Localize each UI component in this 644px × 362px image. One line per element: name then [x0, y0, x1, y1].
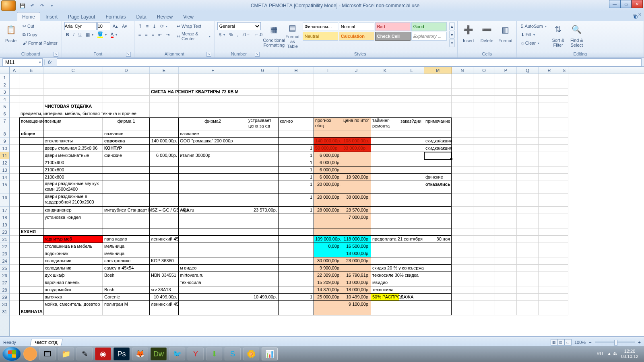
- cell-B13[interactable]: [19, 167, 43, 174]
- cell-H8[interactable]: [279, 130, 314, 138]
- cell-H19[interactable]: [279, 221, 314, 228]
- cell-L25[interactable]: [399, 265, 424, 272]
- cell-E17[interactable]: [150, 207, 179, 214]
- gallery-more[interactable]: ≡: [449, 39, 455, 47]
- cell-O14[interactable]: [473, 174, 495, 181]
- cell-N13[interactable]: [452, 167, 473, 174]
- cell-Q29[interactable]: [517, 294, 539, 301]
- cell-G26[interactable]: [247, 272, 279, 279]
- cell-O1[interactable]: [473, 74, 495, 81]
- cell-F6[interactable]: [179, 110, 247, 117]
- cell-R31[interactable]: [539, 308, 560, 315]
- cell-I6[interactable]: [314, 110, 342, 117]
- cell-P9[interactable]: [495, 138, 517, 145]
- cell-P18[interactable]: [495, 214, 517, 221]
- cell-M9[interactable]: скидка/акция: [424, 138, 452, 145]
- cell-A21[interactable]: [10, 236, 19, 243]
- cell-S28[interactable]: [560, 286, 568, 294]
- cell-R30[interactable]: [539, 301, 560, 308]
- cell-P29[interactable]: [495, 294, 517, 301]
- cell-J14[interactable]: 19 920,00р.: [342, 174, 371, 181]
- cell-I11[interactable]: 6 000,00р.: [314, 152, 342, 159]
- style-explanatory[interactable]: Explanatory ...: [411, 32, 447, 41]
- cell-M10[interactable]: скидка/акция: [424, 145, 452, 152]
- inc-indent[interactable]: ⇥: [164, 31, 171, 39]
- cell-C23[interactable]: подоконник: [43, 250, 103, 257]
- cell-D14[interactable]: [103, 174, 150, 181]
- cell-B20[interactable]: КУХНЯ: [19, 228, 43, 236]
- cell-F9[interactable]: ООО "ромашка" 200 000р: [179, 138, 247, 145]
- cell-F22[interactable]: [179, 243, 247, 250]
- cell-J31[interactable]: [342, 308, 371, 315]
- cell-M30[interactable]: [424, 301, 452, 308]
- cell-R3[interactable]: [539, 88, 560, 96]
- cell-M4[interactable]: [424, 96, 452, 103]
- cell-H23[interactable]: [279, 250, 314, 257]
- cell-K10[interactable]: [371, 145, 399, 152]
- cell-J18[interactable]: 7 000,00р.: [342, 214, 371, 221]
- cell-A27[interactable]: [10, 279, 19, 286]
- cell-Q15[interactable]: [517, 181, 539, 194]
- col-header-D[interactable]: D: [103, 67, 150, 74]
- cell-C13[interactable]: 2100х800: [43, 167, 103, 174]
- cell-Q17[interactable]: [517, 207, 539, 214]
- cell-D13[interactable]: [103, 167, 150, 174]
- cell-H13[interactable]: 1: [279, 167, 314, 174]
- cell-P31[interactable]: [495, 308, 517, 315]
- cell-C24[interactable]: холодильник: [43, 257, 103, 265]
- cell-D1[interactable]: [103, 74, 150, 81]
- cell-F4[interactable]: [179, 96, 247, 103]
- cell-N28[interactable]: [452, 286, 473, 294]
- taskbar-app[interactable]: 🐦: [169, 348, 185, 360]
- cell-Q18[interactable]: [517, 214, 539, 221]
- cell-S2[interactable]: [560, 81, 568, 88]
- row-header-8[interactable]: 8: [0, 130, 9, 138]
- cell-P10[interactable]: [495, 145, 517, 152]
- cell-L11[interactable]: [399, 152, 424, 159]
- cell-Q24[interactable]: [517, 257, 539, 265]
- cell-M3[interactable]: [424, 88, 452, 96]
- row-header-1[interactable]: 1: [0, 74, 9, 81]
- cell-M7[interactable]: примечание: [424, 117, 452, 130]
- clipboard-dialog-icon[interactable]: ↘: [54, 52, 58, 57]
- cell-N4[interactable]: [452, 96, 473, 103]
- taskbar-app[interactable]: S: [225, 348, 241, 360]
- cell-R8[interactable]: [539, 130, 560, 138]
- cell-K13[interactable]: [371, 167, 399, 174]
- cell-L22[interactable]: [399, 243, 424, 250]
- cell-S19[interactable]: [560, 221, 568, 228]
- cell-Q2[interactable]: [517, 81, 539, 88]
- taskbar-app[interactable]: 🦊: [132, 348, 148, 360]
- insert-cells-button[interactable]: ➕Insert: [460, 22, 477, 49]
- cell-A15[interactable]: [10, 181, 19, 194]
- style-checkcell[interactable]: Check Cell: [375, 32, 411, 41]
- taskbar-app[interactable]: ✎: [76, 348, 93, 360]
- cell-P3[interactable]: [495, 88, 517, 96]
- select-all-corner[interactable]: [0, 67, 10, 74]
- cell-A12[interactable]: [10, 159, 19, 167]
- cell-O30[interactable]: [473, 301, 495, 308]
- cell-B9[interactable]: [19, 138, 43, 145]
- style-good[interactable]: Good: [411, 22, 447, 31]
- col-header-R[interactable]: R: [539, 67, 560, 74]
- cell-B7[interactable]: помещение: [19, 117, 43, 130]
- cell-R6[interactable]: [539, 110, 560, 117]
- cell-F17[interactable]: wigo.ru: [179, 207, 247, 214]
- cell-D31[interactable]: [103, 308, 150, 315]
- style-calculation[interactable]: Calculation: [339, 32, 374, 41]
- ribbon-tab-formulas[interactable]: Formulas: [100, 12, 131, 21]
- cell-R5[interactable]: [539, 103, 560, 110]
- cell-G9[interactable]: [247, 138, 279, 145]
- cell-S13[interactable]: [560, 167, 568, 174]
- cell-B29[interactable]: [19, 294, 43, 301]
- cell-P4[interactable]: [495, 96, 517, 103]
- cell-L30[interactable]: [399, 301, 424, 308]
- align-left[interactable]: ≡: [137, 31, 142, 39]
- cell-B28[interactable]: [19, 286, 43, 294]
- cell-D3[interactable]: [103, 88, 150, 96]
- cell-L8[interactable]: [399, 130, 424, 138]
- cell-H2[interactable]: [279, 81, 314, 88]
- cell-P28[interactable]: [495, 286, 517, 294]
- row-header-6[interactable]: 6: [0, 110, 9, 117]
- cell-Q11[interactable]: [517, 152, 539, 159]
